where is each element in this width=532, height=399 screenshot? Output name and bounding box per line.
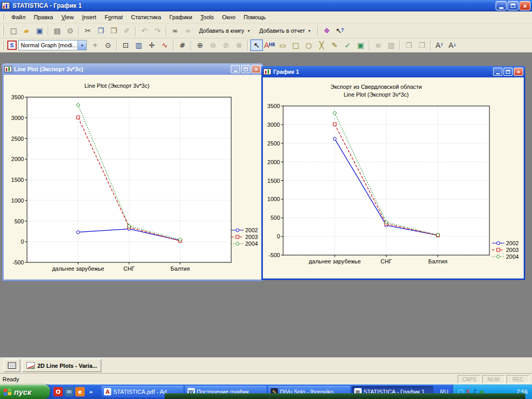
child-minimize-button[interactable] xyxy=(493,68,502,76)
statistica-window-button[interactable] xyxy=(4,359,20,372)
text-tool-icon[interactable]: AHB xyxy=(263,39,276,51)
graph-options-icon[interactable]: ▥ xyxy=(132,39,145,51)
maximize-button[interactable] xyxy=(508,1,518,10)
grid-options-icon-glyph: # xyxy=(179,42,185,49)
copy-icon-glyph: ❐ xyxy=(98,27,104,34)
opera-icon[interactable]: O xyxy=(54,387,63,396)
combobox-arrow-icon[interactable]: ▼ xyxy=(77,41,86,50)
menu-item-help[interactable]: Помощь xyxy=(240,12,270,22)
child-close-button[interactable]: × xyxy=(251,65,261,73)
graph-document-icon xyxy=(4,66,12,72)
toolbar-separator xyxy=(247,41,248,50)
redo-icon-glyph: ↷ xyxy=(154,27,161,34)
svg-text:-500: -500 xyxy=(269,252,280,258)
draw-rect-icon[interactable]: ▭ xyxy=(276,39,289,51)
window-grafik-1: График 1 × Экспорт из Свердловской облас… xyxy=(261,66,525,280)
paste-icon[interactable]: ❒ xyxy=(108,25,120,36)
child-close-button[interactable]: × xyxy=(514,68,523,76)
grid-options-icon[interactable]: # xyxy=(176,39,189,51)
cut-icon[interactable]: ✂ xyxy=(82,25,94,36)
copy-icon[interactable]: ❐ xyxy=(95,25,107,36)
undo-icon-glyph: ↶ xyxy=(141,27,148,34)
line-plot-window-title: Line Plot (Экспорт 3v*3c) xyxy=(14,66,229,72)
mini-graph-icon[interactable]: ∿ xyxy=(158,39,171,51)
menu-item-view[interactable]: View xyxy=(57,12,78,22)
graph-style-combobox[interactable]: Normal Graph [modi...▼ xyxy=(18,40,87,50)
start-button[interactable]: пуск xyxy=(0,384,50,399)
svg-text:1000: 1000 xyxy=(268,196,280,202)
new-document-icon[interactable]: □ xyxy=(7,25,20,36)
menu-item-statistics[interactable]: Статистика xyxy=(127,12,165,22)
open-folder-icon[interactable]: ▰ xyxy=(20,25,33,36)
find-icon[interactable]: ∞ xyxy=(169,25,181,36)
app-titlebar[interactable]: STATISTICA - График 1 × xyxy=(0,0,532,11)
chart-title: Line Plot (Экспорт 3v*3c) xyxy=(4,82,230,90)
add-to-report-button[interactable]: Добавить в отчет▼ xyxy=(255,25,315,36)
paste-icon-glyph: ❒ xyxy=(111,27,117,34)
graph-tools-toolbar: SNormal Graph [modi...▼✦⊙⊡▥✛∿#⊕⊖⊘⊗↖AHB▭□… xyxy=(0,38,532,52)
help-book-icon[interactable]: ❖ xyxy=(321,25,333,36)
grafik-titlebar[interactable]: График 1 × xyxy=(261,66,525,77)
menu-item-format[interactable]: Format xyxy=(100,12,127,22)
graph-options-icon-glyph: ▥ xyxy=(135,42,142,49)
minimize-button[interactable] xyxy=(496,1,507,10)
menu-item-tools[interactable]: Tools xyxy=(196,12,218,22)
draw-ellipse-icon-glyph: ○ xyxy=(305,42,312,49)
grafik-window-title: График 1 xyxy=(273,69,491,75)
add-to-workbook-button[interactable]: Добавить в книгу▼ xyxy=(195,25,255,36)
menu-item-graphs[interactable]: Графики xyxy=(165,12,196,22)
line-style-icon-glyph: ≡ xyxy=(375,42,381,49)
toolbar-separator xyxy=(166,26,167,36)
pointer-tool-icon-glyph: ↖ xyxy=(254,42,260,49)
zoom-in-icon[interactable]: ⊕ xyxy=(194,39,206,51)
toolbar-grip[interactable] xyxy=(2,14,4,21)
zoom-mode-icon[interactable]: ⊙ xyxy=(102,39,114,51)
screen-catcher-icon[interactable]: ▣ xyxy=(354,39,367,51)
menu-item-insert[interactable]: Insert xyxy=(78,12,101,22)
more-toolbars-icon[interactable]: » xyxy=(86,387,96,396)
firefox-icon[interactable]: e xyxy=(75,387,85,396)
chart-title-line: Экспорт из Свердловской области xyxy=(263,83,489,91)
print-preview-icon-glyph: ⊙ xyxy=(67,27,73,34)
toolbar-grip[interactable] xyxy=(2,25,4,36)
toolbar-grip[interactable] xyxy=(2,41,4,50)
draw-check-icon-glyph: ✓ xyxy=(344,42,351,49)
move-resize-icon[interactable]: ✛ xyxy=(145,39,158,51)
pointer-tool-icon[interactable]: ↖ xyxy=(250,39,263,51)
toolbar-separator xyxy=(317,26,318,36)
chart-canvas[interactable]: -5000500100015002000250030003500дальнее … xyxy=(5,94,232,274)
child-minimize-button[interactable] xyxy=(231,65,240,73)
select-mode-icon[interactable]: ⊡ xyxy=(119,39,132,51)
grafik-chart-area: Экспорт из Свердловской областиLine Plot… xyxy=(263,77,524,278)
mail-icon[interactable]: ✉ xyxy=(64,387,74,396)
print-preview-icon[interactable]: ⊙ xyxy=(64,25,76,36)
mdi-workspace: Line Plot (Экспорт 3v*3c) × Line Plot (Э… xyxy=(0,52,532,357)
draw-freehand-icon[interactable]: ✎ xyxy=(328,39,341,51)
close-button[interactable]: × xyxy=(520,1,530,10)
zoom-off-icon: ⊗ xyxy=(233,39,245,51)
line-plots-window-button[interactable]: 2D Line Plots - Varia... xyxy=(22,359,101,372)
svg-text:3500: 3500 xyxy=(268,103,280,109)
print-icon[interactable]: ▤ xyxy=(51,25,63,36)
status-indicator-num: NUM xyxy=(482,375,505,383)
svg-text:СНГ: СНГ xyxy=(381,258,392,264)
draw-check-icon[interactable]: ✓ xyxy=(341,39,354,51)
draw-ellipse-icon[interactable]: ○ xyxy=(302,39,315,51)
save-icon[interactable]: ▣ xyxy=(33,25,46,36)
graph-document-icon xyxy=(263,69,271,75)
menu-item-window[interactable]: Окно xyxy=(218,12,240,22)
font-decrease-icon[interactable]: A↓ xyxy=(446,39,459,51)
menu-item-file[interactable]: Файл xyxy=(7,12,30,22)
toolbar-separator xyxy=(135,26,136,36)
svg-text:3000: 3000 xyxy=(268,122,280,128)
draw-polyline-icon[interactable]: ╳ xyxy=(315,39,328,51)
line-plot-titlebar[interactable]: Line Plot (Экспорт 3v*3c) × xyxy=(2,63,263,75)
font-increase-icon[interactable]: A↑ xyxy=(433,39,446,51)
menu-item-edit[interactable]: Правка xyxy=(30,12,57,22)
context-help-icon[interactable]: ↖? xyxy=(334,25,346,36)
child-maximize-button[interactable] xyxy=(503,68,513,76)
chart-canvas[interactable]: -5000500100015002000250030003500дальнее … xyxy=(264,99,495,265)
draw-rect-icon-glyph: ▭ xyxy=(279,42,286,49)
draw-round-rect-icon[interactable]: □ xyxy=(289,39,302,51)
child-maximize-button[interactable] xyxy=(241,65,250,73)
